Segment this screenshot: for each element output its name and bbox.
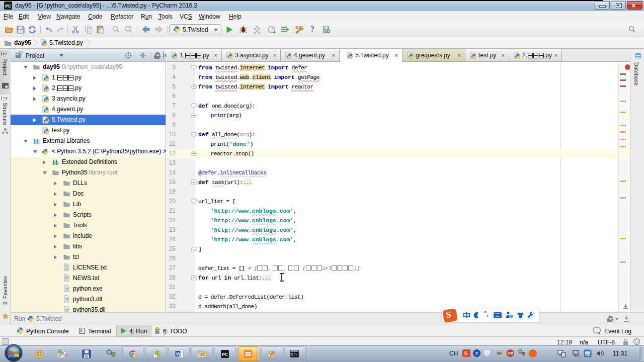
svg-text:C:\: C:\: [291, 353, 297, 356]
svg-text:30: 30: [510, 315, 513, 318]
svg-text:?: ?: [475, 351, 478, 356]
svg-text:W: W: [176, 351, 181, 356]
